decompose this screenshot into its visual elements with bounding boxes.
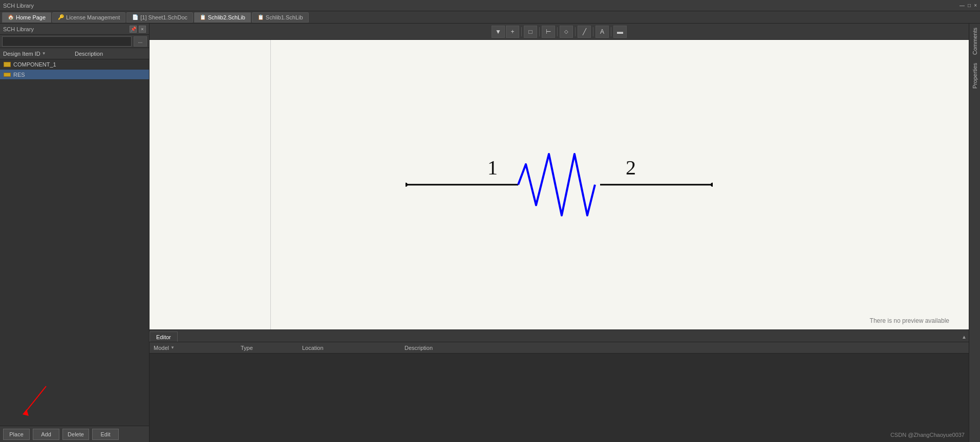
key-icon: 🔑: [58, 14, 64, 20]
tab-home[interactable]: 🏠 Home Page: [2, 12, 51, 23]
rectangle-tool-btn[interactable]: □: [524, 26, 537, 38]
minimize-btn[interactable]: —: [960, 3, 965, 8]
editor-table-body: [150, 353, 969, 442]
lib1-icon: 📋: [258, 14, 264, 20]
tab-schlib1[interactable]: 📋 Schlib1.SchLib: [252, 12, 309, 23]
col-design-id-header[interactable]: Design Item ID ▼: [0, 51, 72, 57]
search-button[interactable]: ...: [134, 36, 147, 47]
left-panel: SCH Library 📌 × ... Design Item ID ▼ Des…: [0, 24, 150, 442]
home-icon: 🏠: [8, 14, 14, 20]
tab-sheet1-label: [1] Sheet1.SchDoc: [140, 14, 187, 20]
panel-controls[interactable]: 📌 ×: [130, 26, 146, 33]
res-name: RES: [13, 72, 149, 78]
tab-schlib1-label: Schlib1.SchLib: [266, 14, 303, 20]
add-button[interactable]: Add: [33, 429, 59, 440]
col-description-header[interactable]: Description: [72, 51, 149, 57]
svg-point-4: [406, 183, 408, 187]
left-panel-header: SCH Library 📌 ×: [0, 24, 149, 35]
tab-schlib2-label: Schlib2.SchLib: [208, 14, 245, 20]
app-title: SCH Library: [3, 3, 960, 9]
power-tool-btn[interactable]: ◇: [560, 26, 573, 38]
resistor-symbol: 1 2: [406, 134, 713, 236]
tool-separator: [521, 27, 522, 36]
lib2-icon: 📋: [200, 14, 206, 20]
col-type-label: Type: [241, 345, 253, 351]
tab-sheet1[interactable]: 📄 [1] Sheet1.SchDoc: [126, 12, 193, 23]
component1-name: COMPONENT_1: [13, 61, 149, 68]
line-tool-btn[interactable]: ╱: [578, 26, 591, 38]
tool-separator: [611, 27, 611, 36]
col-description-label: Description: [75, 51, 103, 57]
col-design-id-label: Design Item ID: [3, 51, 40, 57]
editor-panel: Editor ▲ Model ▼ Type Location Descripti…: [150, 329, 969, 442]
list-item[interactable]: COMPONENT_1: [0, 59, 149, 70]
svg-text:1: 1: [487, 156, 498, 179]
window-controls[interactable]: — □ ×: [960, 3, 977, 8]
panel-title: SCH Library: [3, 26, 130, 32]
editor-table-header: Model ▼ Type Location Description: [150, 342, 969, 353]
tool-separator: [575, 27, 576, 36]
svg-text:2: 2: [626, 156, 636, 179]
editor-tab-bar: Editor ▲: [150, 330, 969, 342]
vertical-divider: [270, 40, 271, 329]
title-bar: SCH Library — □ ×: [0, 0, 980, 11]
tab-properties[interactable]: Properties: [970, 59, 979, 93]
tab-bar: 🏠 Home Page 🔑 License Management 📄 [1] S…: [0, 11, 980, 24]
col-location-label: Location: [302, 345, 324, 351]
model-sort-icon: ▼: [171, 345, 175, 350]
filter-tool-btn[interactable]: ▼: [492, 26, 505, 38]
component-list: COMPONENT_1 RES: [0, 59, 149, 426]
add-tool-btn[interactable]: +: [506, 26, 519, 38]
tab-license-label: License Management: [66, 14, 120, 20]
col-model-header[interactable]: Model ▼: [150, 345, 237, 351]
col-type-header[interactable]: Type: [237, 345, 298, 351]
tab-comments[interactable]: Comments: [970, 24, 979, 59]
panel-close-btn[interactable]: ×: [139, 26, 146, 33]
right-panel: Comments Properties There is no preview …: [969, 24, 980, 442]
ieee-tool-btn[interactable]: ▬: [613, 26, 627, 38]
delete-button[interactable]: Delete: [62, 429, 89, 440]
col-location-header[interactable]: Location: [298, 345, 400, 351]
col-model-label: Model: [154, 345, 169, 351]
tool-separator: [539, 27, 540, 36]
list-item[interactable]: RES: [0, 70, 149, 80]
search-input[interactable]: [2, 36, 132, 47]
search-row: ...: [0, 35, 149, 48]
toolbar: ▼ + □ ⊢ ◇ ╱ A ▬: [150, 24, 969, 40]
doc-icon: 📄: [132, 14, 138, 20]
col-desc-header[interactable]: Description: [400, 345, 969, 351]
tab-home-label: Home Page: [16, 14, 46, 20]
col-desc-label: Description: [404, 345, 433, 351]
schematic-canvas[interactable]: 1 2: [150, 40, 969, 329]
component-list-header: Design Item ID ▼ Description: [0, 48, 149, 59]
center-area: ▼ + □ ⊢ ◇ ╱ A ▬: [150, 24, 969, 442]
bottom-buttons: Place Add Delete Edit: [0, 426, 149, 442]
tab-license[interactable]: 🔑 License Management: [52, 12, 125, 23]
main-area: SCH Library 📌 × ... Design Item ID ▼ Des…: [0, 24, 980, 442]
tab-schlib2[interactable]: 📋 Schlib2.SchLib: [194, 12, 251, 23]
panel-collapse-btn[interactable]: ▲: [962, 334, 967, 342]
tool-separator: [593, 27, 593, 36]
sort-arrow-icon: ▼: [42, 51, 46, 56]
panel-pin-btn[interactable]: 📌: [130, 26, 137, 33]
maximize-btn[interactable]: □: [968, 3, 971, 8]
tool-separator: [557, 27, 558, 36]
pin-tool-btn[interactable]: ⊢: [542, 26, 555, 38]
svg-point-5: [711, 183, 713, 187]
res-icon: [3, 71, 11, 79]
edit-button[interactable]: Edit: [92, 429, 119, 440]
place-button[interactable]: Place: [3, 429, 30, 440]
text-tool-btn[interactable]: A: [595, 26, 609, 38]
component1-icon: [3, 60, 11, 69]
close-btn[interactable]: ×: [974, 3, 977, 8]
editor-tab[interactable]: Editor: [150, 332, 178, 342]
